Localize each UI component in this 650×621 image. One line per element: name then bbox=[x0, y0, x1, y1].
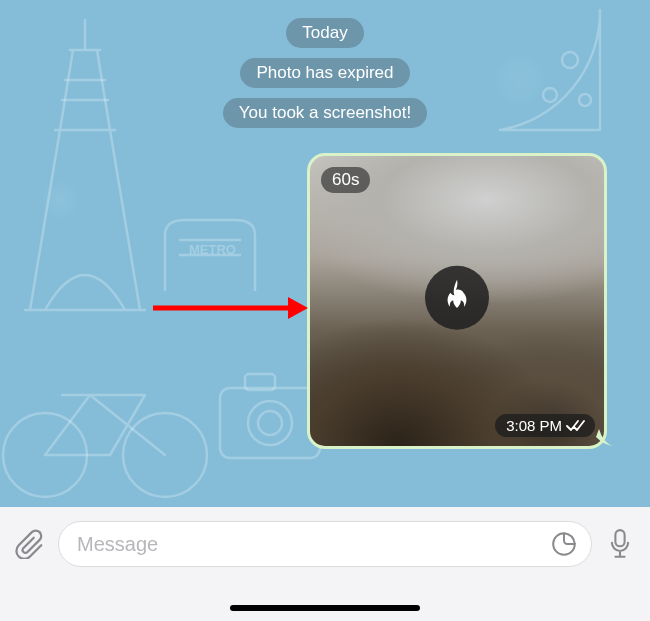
timestamp-text: 3:08 PM bbox=[506, 417, 562, 434]
sticker-icon bbox=[551, 531, 577, 557]
microphone-icon bbox=[607, 529, 633, 559]
sticker-button[interactable] bbox=[549, 529, 579, 559]
message-timestamp: 3:08 PM bbox=[495, 414, 595, 437]
attach-button[interactable] bbox=[12, 526, 48, 562]
message-input-container[interactable] bbox=[58, 521, 592, 567]
microphone-button[interactable] bbox=[602, 526, 638, 562]
message-input[interactable] bbox=[77, 533, 549, 556]
chat-content: Today Photo has expired You took a scree… bbox=[0, 0, 650, 507]
svg-rect-12 bbox=[615, 530, 624, 546]
svg-marker-11 bbox=[288, 297, 308, 319]
bottom-safe-area bbox=[0, 581, 650, 621]
self-destruct-timer-badge: 60s bbox=[321, 167, 370, 193]
message-input-bar bbox=[0, 507, 650, 581]
double-check-icon bbox=[566, 419, 586, 432]
system-message-screenshot: You took a screenshot! bbox=[223, 98, 427, 128]
expired-photo-blur: 60s 3:08 PM bbox=[310, 156, 604, 446]
outgoing-photo-message[interactable]: 60s 3:08 PM bbox=[307, 153, 607, 449]
system-message-expired: Photo has expired bbox=[240, 58, 409, 88]
fire-icon bbox=[425, 266, 489, 330]
bubble-tail bbox=[596, 429, 614, 447]
home-indicator bbox=[230, 605, 420, 611]
annotation-arrow bbox=[150, 293, 310, 323]
date-separator: Today bbox=[286, 18, 363, 48]
paperclip-icon bbox=[15, 529, 45, 559]
